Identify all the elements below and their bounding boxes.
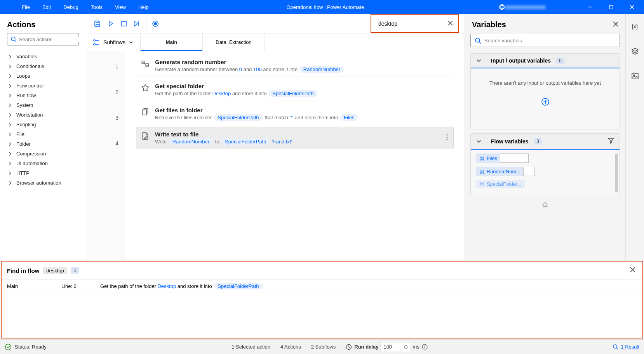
run-button[interactable] xyxy=(104,17,117,30)
flow-count-badge: 3 xyxy=(534,138,542,145)
svg-point-18 xyxy=(475,38,480,42)
io-section-header[interactable]: Input / output variables 0 xyxy=(471,54,620,68)
random-icon: A1A2 xyxy=(141,59,150,68)
actions-panel: Actions Variables Conditionals Loops Flo… xyxy=(0,14,86,261)
action-category[interactable]: Loops xyxy=(0,71,86,81)
tab-data-extraction[interactable]: Data_Extraction xyxy=(203,33,265,51)
svg-rect-2 xyxy=(609,5,613,9)
menu-view[interactable]: View xyxy=(109,0,132,14)
add-io-variable-button[interactable] xyxy=(479,98,612,107)
action-category[interactable]: Run flow xyxy=(0,91,86,100)
variables-rail-button[interactable]: {x} xyxy=(629,20,641,33)
image-icon xyxy=(632,73,639,79)
svg-point-17 xyxy=(447,139,448,140)
action-category[interactable]: Conditionals xyxy=(0,61,86,71)
action-category[interactable]: Scripting xyxy=(0,120,86,129)
chevron-right-icon xyxy=(8,171,12,176)
find-result-row[interactable]: Main Line: 2 Get the path of the folder … xyxy=(2,279,642,293)
action-category[interactable]: HTTP xyxy=(0,168,86,178)
action-category[interactable]: File xyxy=(0,129,86,139)
flow-variables-section: Flow variables 3 {x}Files {x}RandomNum..… xyxy=(470,133,620,196)
svg-text:A2: A2 xyxy=(146,64,149,66)
actions-title: Actions xyxy=(0,14,86,33)
close-button[interactable] xyxy=(623,0,641,14)
titlebar: File Edit Debug Tools View Help Operatio… xyxy=(0,0,644,14)
io-section-title: Input / output variables xyxy=(491,58,551,64)
images-rail-button[interactable] xyxy=(629,70,641,82)
action-category[interactable]: Variables xyxy=(0,52,86,61)
subflows-tabs: Subflows Main Data_Extraction xyxy=(86,33,465,51)
variable-row[interactable]: {x}RandomNum... xyxy=(476,167,614,176)
svg-rect-20 xyxy=(632,73,638,79)
clear-search-button[interactable] xyxy=(446,19,454,29)
step-description: Get the path of the folder Desktop and s… xyxy=(155,90,318,97)
stop-button[interactable] xyxy=(117,17,131,30)
actions-search[interactable] xyxy=(7,33,79,45)
layers-rail-button[interactable] xyxy=(629,45,641,58)
variables-search-input[interactable] xyxy=(484,38,616,44)
close-variables-button[interactable] xyxy=(613,21,618,28)
close-find-button[interactable] xyxy=(628,265,637,276)
action-category[interactable]: Browser automation xyxy=(0,178,86,188)
record-button[interactable] xyxy=(149,17,162,30)
menu-tools[interactable]: Tools xyxy=(85,0,109,14)
step-title: Get files in folder xyxy=(155,107,359,113)
tab-main[interactable]: Main xyxy=(141,33,203,51)
actions-search-input[interactable] xyxy=(19,37,84,42)
run-delay-input[interactable]: 100 xyxy=(381,342,410,352)
line-number: 4 xyxy=(86,131,125,156)
chevron-right-icon xyxy=(8,74,12,78)
step-more-button[interactable] xyxy=(446,134,448,142)
action-category[interactable]: Folder xyxy=(0,139,86,149)
svg-point-25 xyxy=(613,345,617,348)
variable-pill: {x}Files xyxy=(476,153,501,163)
flow-step[interactable]: A1A2 Generate random number Generate a r… xyxy=(136,54,454,77)
flow-search-box[interactable] xyxy=(371,14,459,33)
action-category[interactable]: UI automation xyxy=(0,159,86,168)
designer-area: Subflows Main Data_Extraction 1 2 3 4 A1… xyxy=(86,14,465,261)
chevron-right-icon xyxy=(8,103,12,108)
scrollbar[interactable] xyxy=(615,153,618,192)
menu-edit[interactable]: Edit xyxy=(36,0,57,14)
menu-bar: File Edit Debug Tools View Help xyxy=(0,0,155,14)
flow-step-selected[interactable]: Write text to file Write RandomNumber to… xyxy=(136,127,454,149)
more-icon xyxy=(446,134,448,140)
flow-section-header[interactable]: Flow variables 3 xyxy=(471,134,620,150)
clear-variables-button[interactable] xyxy=(470,200,620,210)
subflows-dropdown[interactable]: Subflows xyxy=(86,33,141,51)
chevron-right-icon xyxy=(8,113,12,117)
minimize-button[interactable] xyxy=(581,0,599,14)
variable-row[interactable]: {x}Files xyxy=(476,153,614,163)
flow-search-input[interactable] xyxy=(378,21,446,27)
menu-help[interactable]: Help xyxy=(132,0,155,14)
variables-search[interactable] xyxy=(470,34,620,47)
layers-icon xyxy=(631,47,639,55)
actions-list[interactable]: Variables Conditionals Loops Flow contro… xyxy=(0,50,86,261)
check-circle-icon xyxy=(5,344,12,351)
chevron-down-icon xyxy=(404,347,407,349)
step-button[interactable] xyxy=(131,17,144,30)
result-link[interactable]: 1 Result xyxy=(613,344,639,350)
variables-title: Variables xyxy=(472,20,506,29)
info-icon[interactable] xyxy=(422,344,428,350)
delay-spinner[interactable] xyxy=(404,345,407,349)
chevron-down-icon xyxy=(129,40,133,45)
menu-file[interactable]: File xyxy=(16,0,36,14)
action-category[interactable]: Flow control xyxy=(0,81,86,91)
step-icon xyxy=(134,21,141,27)
svg-point-8 xyxy=(94,40,95,41)
action-category[interactable]: Workstation xyxy=(0,110,86,120)
maximize-button[interactable] xyxy=(602,0,620,14)
flow-step[interactable]: Get files in folder Retrieve the files i… xyxy=(136,103,454,125)
variable-icon: {x} xyxy=(632,23,638,30)
step-title: Write text to file xyxy=(155,131,292,138)
action-category[interactable]: Compression xyxy=(0,149,86,159)
variable-row[interactable]: {x}SpecialFolder... xyxy=(476,180,614,188)
flow-step[interactable]: Get special folder Get the path of the f… xyxy=(136,78,454,101)
io-empty-message: There aren't any input or output variabl… xyxy=(479,80,612,86)
filter-button[interactable] xyxy=(608,138,614,145)
save-button[interactable] xyxy=(91,17,104,30)
action-category[interactable]: System xyxy=(0,100,86,110)
menu-debug[interactable]: Debug xyxy=(57,0,84,14)
variables-panel: Variables Input / output variables 0 The… xyxy=(465,14,625,261)
